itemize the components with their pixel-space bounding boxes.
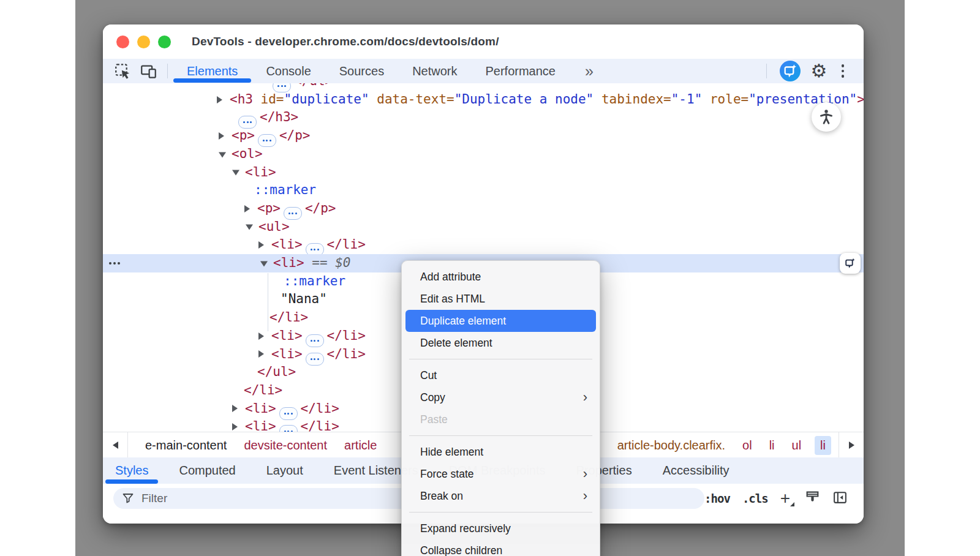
right-arrow-icon (849, 441, 854, 449)
breadcrumb-item-article[interactable]: article (344, 438, 377, 453)
breadcrumb-item-e-main-content[interactable]: e-main-content (145, 438, 227, 453)
menu-item-label: Expand recursively (420, 522, 590, 535)
expand-arrow-icon[interactable] (258, 241, 264, 249)
devtools-tabs: ElementsConsoleSourcesNetworkPerformance (178, 59, 584, 83)
token-pseudo: ::marker (284, 274, 345, 288)
rendering-emulation-brush-icon[interactable] (805, 490, 820, 508)
token-tag: </p> (305, 201, 336, 216)
breadcrumb-item-article-body-clearfix-[interactable]: article-body.clearfix. (617, 438, 725, 453)
ai-assistance-icon (844, 257, 856, 269)
dom-node-text: <li></li> (103, 236, 864, 256)
expand-arrow-icon[interactable] (217, 96, 222, 103)
dom-node-row[interactable]: </ul> (103, 83, 864, 91)
menu-item-label: Copy (420, 391, 583, 404)
menu-item-collapse-children[interactable]: Collapse children (405, 539, 596, 556)
token-tag: <li> (271, 237, 303, 252)
zoom-button[interactable] (158, 36, 171, 48)
breadcrumb-item-li[interactable]: li (815, 436, 831, 455)
dom-node-text: </h3> (103, 108, 864, 129)
dom-node-row[interactable]: <li> (103, 163, 864, 182)
tab-sources[interactable]: Sources (339, 59, 384, 83)
expand-arrow-icon[interactable] (244, 205, 250, 212)
menu-separator (409, 359, 592, 359)
more-options-kebab-icon[interactable] (838, 63, 848, 79)
menu-item-hide-element[interactable]: Hide element (405, 441, 596, 463)
toggle-cls[interactable]: .cls (742, 492, 768, 505)
breadcrumb-left-group: e-main-contentdevsite-contentarticle (128, 438, 377, 453)
left-arrow-icon (113, 441, 118, 449)
toolbar-divider (167, 64, 168, 78)
token-val: "duplicate" (284, 92, 369, 107)
token-plain (369, 92, 377, 107)
inline-expand-button[interactable] (279, 425, 298, 432)
tab-network[interactable]: Network (412, 59, 457, 83)
breadcrumb-item-devsite-content[interactable]: devsite-content (244, 438, 327, 453)
collapse-arrow-icon[interactable] (232, 170, 239, 176)
expand-arrow-icon[interactable] (258, 350, 264, 358)
menu-item-expand-recursively[interactable]: Expand recursively (405, 517, 596, 539)
dom-node-row[interactable]: <ol> (103, 145, 864, 163)
toggle-hov[interactable]: :hov (704, 492, 730, 505)
breadcrumb-scroll-right-button[interactable] (839, 432, 864, 458)
panel-tab-styles[interactable]: Styles (115, 457, 148, 484)
token-val: "-1" (671, 92, 703, 107)
more-tabs-icon[interactable]: » (585, 62, 592, 80)
menu-item-add-attribute[interactable]: Add attribute (405, 266, 596, 288)
tab-console[interactable]: Console (266, 59, 311, 83)
menu-item-paste: Paste (405, 408, 596, 430)
row-actions-dots-icon[interactable] (109, 262, 120, 265)
menu-item-label: Add attribute (420, 271, 590, 284)
collapse-arrow-icon[interactable] (246, 225, 253, 230)
menu-item-label: Delete element (420, 337, 590, 350)
dom-node-row[interactable]: <p></p> (103, 127, 864, 145)
breadcrumb-item-li[interactable]: li (769, 438, 775, 453)
expand-arrow-icon[interactable] (232, 423, 238, 430)
tab-performance[interactable]: Performance (486, 59, 556, 83)
dom-node-row[interactable]: ::marker (103, 181, 864, 200)
menu-item-break-on[interactable]: Break on› (405, 485, 596, 507)
device-toolbar-icon[interactable] (140, 62, 157, 80)
menu-separator (409, 435, 592, 436)
menu-item-force-state[interactable]: Force state› (405, 463, 596, 485)
dom-node-text: <ol> (103, 145, 864, 163)
menu-item-cut[interactable]: Cut (405, 364, 596, 386)
menu-item-duplicate-element[interactable]: Duplicate element (405, 310, 596, 332)
dom-node-row[interactable]: <p></p> (103, 200, 864, 218)
menu-item-delete-element[interactable]: Delete element (405, 332, 596, 354)
menu-item-copy[interactable]: Copy› (405, 386, 596, 408)
dom-node-row[interactable]: </h3> (103, 108, 864, 127)
ai-assist-chip-button[interactable] (840, 253, 861, 274)
dom-node-text: <ul> (103, 218, 864, 236)
token-tag: </li> (244, 383, 282, 397)
expand-arrow-icon[interactable] (219, 132, 224, 140)
accessibility-badge[interactable] (812, 102, 841, 132)
collapse-arrow-icon[interactable] (260, 261, 268, 266)
new-style-rule-plus-icon[interactable]: + (780, 490, 793, 507)
token-tag: <li> (245, 419, 276, 432)
minimize-button[interactable] (137, 36, 150, 48)
expand-arrow-icon[interactable] (258, 332, 264, 340)
token-tag: </p> (279, 128, 311, 143)
close-button[interactable] (116, 36, 129, 48)
token-attr: id= (261, 92, 284, 107)
token-eq: == (312, 255, 335, 270)
breadcrumb-scroll-left-button[interactable] (103, 432, 128, 458)
toggle-sidebar-icon[interactable] (832, 490, 848, 508)
expand-arrow-icon[interactable] (232, 405, 238, 412)
breadcrumb-item-ul[interactable]: ul (792, 438, 802, 453)
inspect-element-icon[interactable] (114, 62, 131, 80)
ai-assistance-icon[interactable] (780, 61, 801, 81)
dom-node-row[interactable]: <ul> (103, 218, 864, 236)
token-val: "Duplicate a node" (454, 92, 594, 107)
gray-backdrop: DevTools - developer.chrome.com/docs/dev… (75, 0, 905, 556)
breadcrumb-item-ol[interactable]: ol (742, 438, 752, 453)
panel-tab-layout[interactable]: Layout (266, 457, 303, 484)
tab-elements[interactable]: Elements (187, 59, 238, 83)
dom-node-row[interactable]: <li></li> (103, 236, 864, 254)
panel-tab-accessibility[interactable]: Accessibility (663, 457, 729, 484)
settings-gear-icon[interactable]: ⚙ (811, 62, 827, 80)
panel-tab-computed[interactable]: Computed (179, 457, 235, 484)
collapse-arrow-icon[interactable] (219, 152, 226, 157)
menu-item-edit-as-html[interactable]: Edit as HTML (405, 288, 596, 310)
dom-node-row[interactable]: <h3 id="duplicate" data-text="Duplicate … (103, 91, 864, 109)
